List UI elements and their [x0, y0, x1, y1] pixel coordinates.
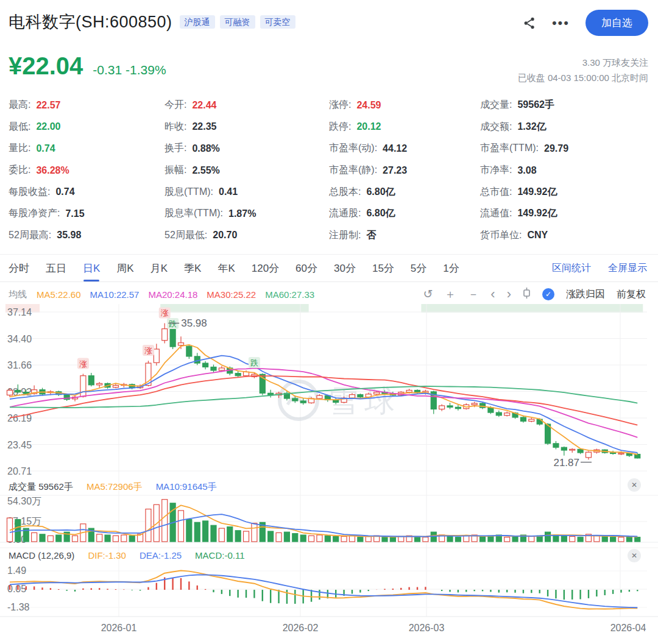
tab-period-6[interactable]: 年K — [218, 255, 235, 281]
candle[interactable] — [439, 405, 445, 411]
candle[interactable] — [610, 451, 616, 455]
more-menu-icon[interactable]: ••• — [552, 17, 570, 29]
tab-period-9[interactable]: 30分 — [334, 255, 356, 281]
candle[interactable] — [97, 382, 102, 388]
kline-style-icon[interactable] — [523, 288, 531, 301]
volume-bar[interactable] — [146, 509, 151, 542]
candle[interactable] — [186, 345, 192, 359]
volume-bar[interactable] — [626, 536, 632, 542]
volume-bar[interactable] — [40, 534, 45, 542]
reset-zoom-icon[interactable]: ↺ — [423, 288, 433, 301]
pan-right-icon[interactable]: › — [507, 288, 511, 301]
volume-bar[interactable] — [227, 527, 233, 542]
volume-bar[interactable] — [203, 521, 208, 542]
candle[interactable] — [578, 449, 583, 455]
volume-bar[interactable] — [504, 537, 510, 542]
tab-period-1[interactable]: 五日 — [46, 255, 66, 281]
candle[interactable] — [504, 411, 510, 416]
volume-bar[interactable] — [211, 525, 216, 542]
tab-period-3[interactable]: 周K — [116, 255, 133, 281]
volume-bar[interactable] — [635, 537, 640, 542]
volume-bar[interactable] — [341, 536, 347, 542]
candle[interactable] — [88, 373, 94, 386]
tab-period-7[interactable]: 120分 — [252, 255, 279, 281]
tab-period-12[interactable]: 1分 — [443, 255, 459, 281]
volume-bar[interactable] — [333, 536, 339, 542]
chart-link-0[interactable]: 区间统计 — [552, 262, 591, 275]
volume-bar[interactable] — [455, 537, 461, 542]
volume-bar[interactable] — [97, 534, 102, 542]
volume-bar[interactable] — [349, 536, 355, 542]
tab-period-10[interactable]: 15分 — [372, 255, 394, 281]
volume-bar[interactable] — [129, 536, 135, 542]
tab-period-4[interactable]: 月K — [150, 255, 168, 281]
volume-bar[interactable] — [219, 528, 224, 542]
candle[interactable] — [268, 390, 274, 398]
candle[interactable] — [553, 441, 559, 450]
volume-bar[interactable] — [366, 536, 371, 542]
volume-bar[interactable] — [423, 537, 428, 542]
volume-bar[interactable] — [512, 536, 518, 542]
volume-bar[interactable] — [358, 537, 363, 542]
volume-bar[interactable] — [268, 531, 274, 542]
candle[interactable] — [154, 344, 159, 366]
volume-bar[interactable] — [480, 536, 486, 542]
volume-bar[interactable] — [594, 536, 600, 542]
close-volume-pane-button[interactable]: ✕ — [628, 478, 641, 492]
volume-bar[interactable] — [252, 523, 257, 542]
volume-bar[interactable] — [186, 520, 192, 542]
volume-bar[interactable] — [284, 532, 289, 542]
chart-link-1[interactable]: 全屏显示 — [608, 262, 647, 275]
volume-bar[interactable] — [113, 536, 118, 542]
add-watchlist-button[interactable]: 加自选 — [585, 10, 648, 36]
zoom-out-icon[interactable]: － — [467, 288, 479, 301]
candle[interactable] — [300, 398, 306, 405]
candle[interactable] — [447, 403, 453, 409]
volume-bar[interactable] — [578, 537, 583, 542]
volume-bar[interactable] — [390, 537, 395, 542]
candle[interactable] — [496, 411, 501, 417]
volume-bar[interactable] — [545, 532, 551, 542]
volume-bar[interactable] — [121, 535, 127, 542]
volume-bar[interactable] — [431, 532, 436, 542]
volume-bar[interactable] — [610, 537, 616, 542]
volume-bar[interactable] — [32, 533, 37, 542]
candle[interactable] — [529, 418, 534, 422]
tab-period-11[interactable]: 5分 — [411, 255, 426, 281]
adjust-mode-toggle[interactable]: 前复权 — [617, 288, 646, 301]
close-macd-pane-button[interactable]: ✕ — [628, 549, 641, 562]
share-icon[interactable] — [523, 16, 536, 30]
tab-period-0[interactable]: 分时 — [9, 255, 29, 281]
candle[interactable] — [211, 364, 216, 372]
candle[interactable] — [585, 451, 591, 460]
volume-bar[interactable] — [48, 536, 53, 542]
volume-bar[interactable] — [317, 535, 322, 542]
volume-bar[interactable] — [178, 511, 183, 542]
volume-bar[interactable] — [300, 535, 306, 542]
volume-bar[interactable] — [235, 531, 241, 542]
volume-bar[interactable] — [162, 500, 168, 542]
volume-bar[interactable] — [73, 536, 78, 542]
attribution-checkbox[interactable]: ✓ — [542, 288, 554, 300]
volume-bar[interactable] — [56, 535, 62, 542]
zoom-in-icon[interactable]: ＋ — [444, 288, 456, 301]
volume-bar[interactable] — [292, 534, 298, 542]
volume-bar[interactable] — [244, 531, 249, 542]
tab-period-8[interactable]: 60分 — [295, 255, 317, 281]
candle[interactable] — [203, 361, 208, 370]
attribution-toggle[interactable]: 涨跌归因 — [566, 288, 605, 301]
candle[interactable] — [570, 448, 575, 453]
volume-bar[interactable] — [447, 536, 453, 542]
candle[interactable] — [455, 405, 461, 411]
volume-bar[interactable] — [382, 537, 387, 542]
volume-bar[interactable] — [325, 536, 330, 542]
volume-bar[interactable] — [602, 536, 607, 542]
volume-bar[interactable] — [194, 522, 200, 542]
pan-left-icon[interactable]: ‹ — [490, 288, 495, 301]
volume-bar[interactable] — [398, 536, 404, 542]
volume-bar[interactable] — [561, 536, 567, 542]
volume-bar[interactable] — [570, 536, 575, 542]
candle[interactable] — [194, 353, 200, 365]
volume-bar[interactable] — [464, 536, 469, 542]
volume-bar[interactable] — [309, 536, 314, 542]
